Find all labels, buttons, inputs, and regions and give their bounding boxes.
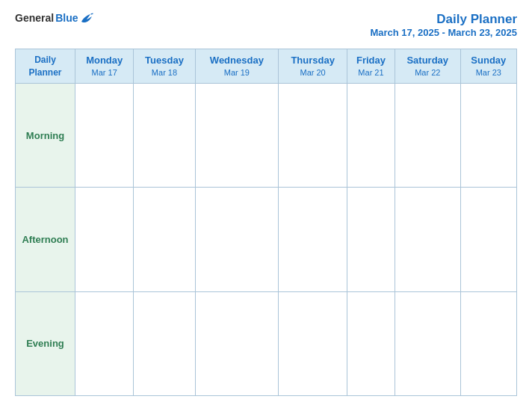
evening-sunday[interactable] [460,291,516,395]
col-thursday: Thursday Mar 20 [279,49,347,84]
afternoon-friday[interactable] [347,188,395,291]
monday-date: Mar 17 [77,67,132,78]
logo-area: General Blue [15,12,93,24]
thursday-name: Thursday [280,55,345,67]
morning-label: Morning [16,84,75,188]
morning-wednesday[interactable] [195,84,279,188]
title-area: Daily Planner March 17, 2025 - March 23,… [370,12,517,38]
morning-thursday[interactable] [279,84,347,188]
morning-tuesday[interactable] [134,84,195,188]
col-saturday: Saturday Mar 22 [395,49,460,84]
calendar-header-row: Daily Planner Monday Mar 17 Tuesday Mar … [16,49,517,84]
page-header: General Blue Daily Planner March 17, 202… [15,12,517,38]
evening-row: Evening [16,291,517,395]
evening-monday[interactable] [75,291,134,395]
monday-name: Monday [77,55,132,67]
logo-blue-text: Blue [55,12,78,24]
afternoon-monday[interactable] [75,188,134,291]
evening-tuesday[interactable] [134,291,195,395]
afternoon-wednesday[interactable] [195,188,279,291]
saturday-date: Mar 22 [397,67,459,78]
tuesday-date: Mar 18 [135,67,193,78]
thursday-date: Mar 20 [280,67,345,78]
planner-title: Daily Planner [370,12,517,27]
logo-bird-icon [80,13,93,23]
sunday-name: Sunday [463,55,515,67]
col-wednesday: Wednesday Mar 19 [195,49,279,84]
col-sunday: Sunday Mar 23 [460,49,516,84]
evening-thursday[interactable] [279,291,347,395]
saturday-name: Saturday [397,55,459,67]
sunday-date: Mar 23 [463,67,515,78]
morning-friday[interactable] [347,84,395,188]
wednesday-date: Mar 19 [197,67,277,78]
col-monday: Monday Mar 17 [75,49,134,84]
friday-name: Friday [349,55,393,67]
afternoon-tuesday[interactable] [134,188,195,291]
wednesday-name: Wednesday [197,55,277,67]
evening-saturday[interactable] [395,291,460,395]
morning-row: Morning [16,84,517,188]
morning-sunday[interactable] [460,84,516,188]
calendar-table: Daily Planner Monday Mar 17 Tuesday Mar … [15,49,517,396]
afternoon-saturday[interactable] [395,188,460,291]
evening-wednesday[interactable] [195,291,279,395]
morning-saturday[interactable] [395,84,460,188]
corner-header: Daily Planner [16,49,75,84]
corner-line2: Planner [28,67,61,78]
evening-label: Evening [16,291,75,395]
morning-monday[interactable] [75,84,134,188]
evening-friday[interactable] [347,291,395,395]
tuesday-name: Tuesday [135,55,193,67]
afternoon-thursday[interactable] [279,188,347,291]
planner-subtitle: March 17, 2025 - March 23, 2025 [370,27,517,38]
afternoon-row: Afternoon [16,188,517,291]
col-friday: Friday Mar 21 [347,49,395,84]
afternoon-sunday[interactable] [460,188,516,291]
col-tuesday: Tuesday Mar 18 [134,49,195,84]
logo: General Blue [15,12,93,24]
corner-line1: Daily [34,55,56,65]
afternoon-label: Afternoon [16,188,75,291]
friday-date: Mar 21 [349,67,393,78]
logo-general-text: General [15,12,54,24]
